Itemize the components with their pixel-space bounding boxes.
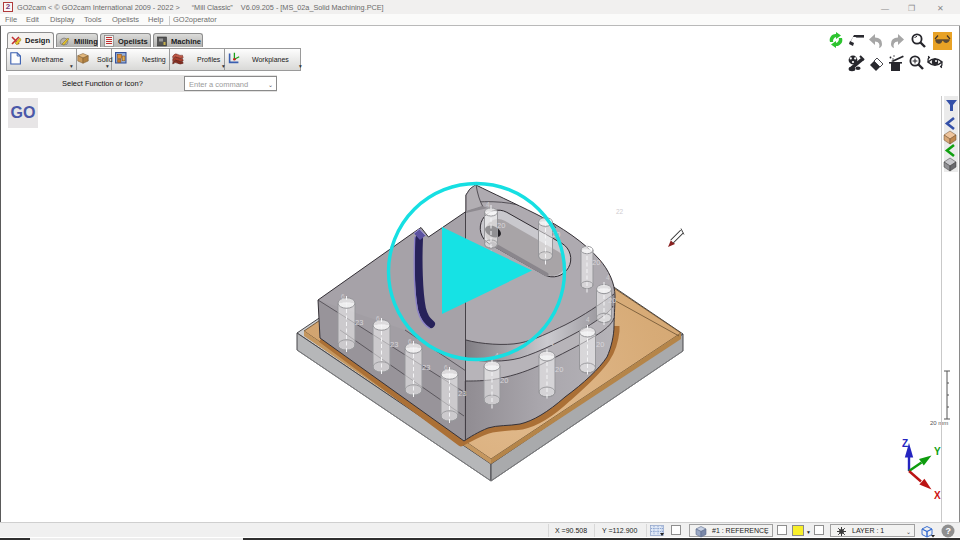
svg-text:?: ? — [946, 526, 952, 536]
